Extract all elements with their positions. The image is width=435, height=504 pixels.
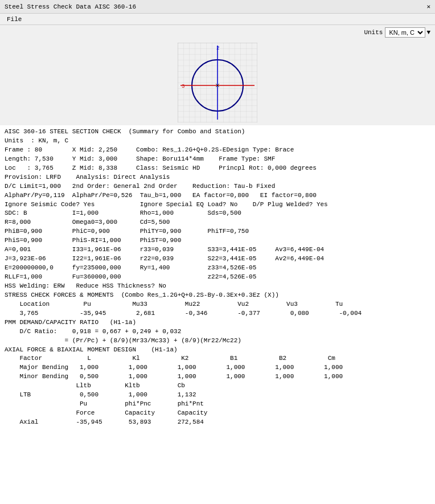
file-menu[interactable]: File bbox=[5, 16, 24, 23]
title-bar: Steel Stress Check Data AISC 360-16 ✕ bbox=[0, 0, 435, 14]
content-line: E=200000000,0 fy=235000,000 Ry=1,400 z33… bbox=[5, 264, 430, 273]
content-line: PhiS=0,900 PhiS-RI=1,000 PhiST=0,900 bbox=[5, 236, 430, 245]
diagram-area: 2 3 bbox=[0, 40, 435, 125]
window-title: Steel Stress Check Data AISC 360-16 bbox=[5, 3, 136, 10]
content-line: Frame : 80 X Mid: 2,250 Combo: Res_1.2G+… bbox=[5, 146, 430, 155]
content-line: RLLF=1,000 Fu=360000,000 z22=4,526E-05 bbox=[5, 273, 430, 282]
units-label: Units bbox=[364, 29, 383, 36]
content-line: AlphaPr/Py=0,119 AlphaPr/Pe=0,526 Tau_b=… bbox=[5, 191, 430, 200]
content-line: Provision: LRFD Analysis: Direct Analysi… bbox=[5, 173, 430, 182]
content-line: = (Pr/Pc) + (8/9)(Mr33/Mc33) + (8/9)(Mr2… bbox=[5, 337, 430, 346]
units-select[interactable]: KN, m, Ckip, in, Fkip, ft, F bbox=[385, 27, 425, 38]
content-line: Minor Bending 0,500 1,000 1,000 1,000 1,… bbox=[5, 372, 430, 382]
content-line: A=0,001 I33=1,961E-06 r33=0,039 S33=3,44… bbox=[5, 245, 430, 255]
content-line: Force Capacity Capacity bbox=[5, 409, 430, 418]
content-line: Factor L Kl K2 B1 B2 Cm bbox=[5, 354, 430, 363]
content-line: D/C Ratio: 0,918 = 0,667 + 0,249 + 0,032 bbox=[5, 327, 430, 337]
content-area: AISC 360-16 STEEL SECTION CHECK (Summary… bbox=[0, 125, 435, 504]
content-line: PhiB=0,900 PhiC=0,900 PhiTY=0,900 PhiTF=… bbox=[5, 227, 430, 236]
close-button[interactable]: ✕ bbox=[426, 3, 430, 10]
content-line: AXIAL FORCE & BIAXIAL MOMENT DESIGN (H1-… bbox=[5, 346, 430, 355]
content-line: 3,765 -35,945 2,681 -0,346 -0,377 0,080 … bbox=[5, 309, 430, 318]
content-line: Ignore Seismic Code? Yes Ignore Special … bbox=[5, 200, 430, 210]
content-line: Major Bending 1,000 1,000 1,000 1,000 1,… bbox=[5, 363, 430, 372]
content-line: Units : KN, m, C bbox=[5, 137, 430, 146]
content-line: AISC 360-16 STEEL SECTION CHECK (Summary… bbox=[5, 128, 430, 137]
content-line: Axial -35,945 53,893 272,584 bbox=[5, 418, 430, 427]
content-line: Location Pu Mu33 Mu22 Vu2 Vu3 Tu bbox=[5, 300, 430, 309]
content-line: PMM DEMAND/CAPACITY RATIO (H1-1a) bbox=[5, 318, 430, 327]
content-line: R=8,000 Omega0=3,000 Cd=5,500 bbox=[5, 218, 430, 227]
svg-text:3: 3 bbox=[182, 84, 184, 89]
content-line: Lltb Kltb Cb bbox=[5, 382, 430, 391]
section-diagram: 2 3 bbox=[178, 43, 257, 122]
content-line: LTB 0,500 1,000 1,132 bbox=[5, 391, 430, 400]
menu-bar: File bbox=[0, 14, 435, 25]
content-line: HSS Welding: ERW Reduce HSS Thickness? N… bbox=[5, 282, 430, 291]
content-line: Loc : 3,765 Z Mid: 8,338 Class: Seismic … bbox=[5, 164, 430, 173]
svg-text:2: 2 bbox=[216, 46, 219, 51]
content-line: J=3,923E-06 I22=1,961E-06 r22=0,039 S22=… bbox=[5, 255, 430, 264]
units-dropdown-arrow[interactable]: ▼ bbox=[426, 29, 430, 36]
content-line: STRESS CHECK FORCES & MOMENTS (Combo Res… bbox=[5, 291, 430, 300]
content-line: SDC: B I=1,000 Rho=1,000 Sds=0,500 bbox=[5, 209, 430, 218]
content-line: Pu phi*Pnc phi*Pnt bbox=[5, 400, 430, 409]
units-bar: Units KN, m, Ckip, in, Fkip, ft, F ▼ bbox=[0, 25, 435, 40]
content-line: Length: 7,530 Y Mid: 3,000 Shape: Boru11… bbox=[5, 155, 430, 164]
content-line: D/C Limit=1,000 2nd Order: General 2nd O… bbox=[5, 182, 430, 191]
